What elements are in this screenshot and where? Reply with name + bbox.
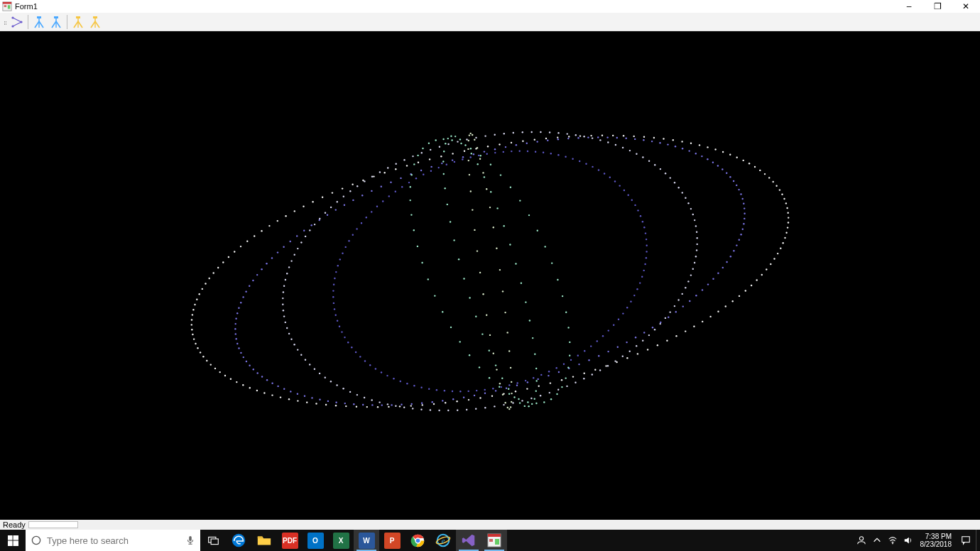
svg-point-300: [441, 163, 442, 164]
taskbar-app-file-explorer[interactable]: [251, 530, 277, 551]
svg-point-181: [764, 173, 766, 175]
start-button[interactable]: [0, 530, 26, 551]
cortana-icon[interactable]: [26, 535, 47, 546]
connect-pair-points-button[interactable]: [9, 13, 26, 31]
svg-point-667: [489, 350, 490, 351]
svg-point-745: [415, 538, 420, 543]
svg-point-268: [235, 323, 236, 324]
svg-line-17: [56, 21, 60, 28]
tripod-yellow-1-button[interactable]: [70, 13, 87, 31]
svg-point-382: [447, 410, 449, 411]
svg-point-687: [477, 163, 479, 165]
svg-point-361: [629, 351, 631, 352]
show-desktop-button[interactable]: [976, 530, 980, 551]
svg-point-374: [521, 400, 523, 401]
svg-point-125: [234, 251, 235, 252]
taskbar-app-outlook[interactable]: O: [303, 530, 328, 551]
svg-point-627: [417, 246, 418, 247]
svg-point-605: [569, 342, 570, 343]
svg-point-393: [356, 394, 358, 395]
svg-point-320: [643, 139, 644, 141]
svg-point-337: [738, 189, 739, 190]
svg-point-721: [468, 140, 469, 141]
tripod-yellow-2-button[interactable]: [87, 13, 104, 31]
tripod-blue-1-button[interactable]: [31, 13, 48, 31]
svg-point-440: [421, 152, 423, 153]
svg-point-629: [410, 214, 412, 215]
svg-point-156: [545, 138, 547, 139]
svg-point-307: [516, 144, 517, 146]
svg-point-540: [335, 315, 337, 316]
svg-rect-9: [37, 16, 41, 18]
svg-point-401: [309, 364, 310, 365]
taskbar-app-ie[interactable]: e: [430, 530, 456, 551]
svg-point-578: [527, 151, 528, 152]
svg-point-704: [507, 407, 508, 408]
svg-point-221: [578, 364, 579, 365]
svg-point-529: [375, 368, 376, 369]
minimize-button[interactable]: –: [895, 0, 923, 13]
taskbar-app-chrome[interactable]: [405, 530, 430, 551]
people-icon[interactable]: [854, 530, 869, 551]
svg-point-75: [445, 402, 446, 403]
svg-point-162: [612, 135, 614, 136]
taskbar-search[interactable]: [26, 530, 200, 551]
svg-point-182: [768, 177, 770, 178]
svg-point-564: [415, 178, 417, 179]
svg-point-411: [283, 310, 284, 311]
svg-line-27: [95, 21, 99, 28]
svg-point-87: [315, 403, 317, 404]
svg-point-552: [348, 240, 349, 241]
svg-point-475: [685, 197, 686, 199]
svg-point-498: [602, 335, 604, 337]
taskbar-app-visual-studio[interactable]: [456, 530, 481, 551]
svg-point-437: [396, 163, 397, 165]
tray-chevron-up-icon[interactable]: [869, 530, 885, 551]
taskbar-app-powerpoint[interactable]: P: [379, 530, 405, 551]
maximize-button[interactable]: ❐: [923, 0, 952, 13]
svg-point-688: [484, 176, 485, 178]
svg-point-140: [362, 180, 364, 181]
wifi-icon[interactable]: [885, 530, 900, 551]
volume-icon[interactable]: [900, 530, 916, 551]
svg-point-232: [463, 397, 464, 398]
svg-point-654: [534, 354, 535, 355]
svg-point-85: [335, 405, 337, 406]
svg-point-631: [410, 186, 411, 187]
microphone-icon[interactable]: [180, 535, 200, 545]
taskbar-app-app-form1[interactable]: [481, 530, 507, 551]
action-center-icon[interactable]: [956, 530, 976, 551]
svg-point-95: [249, 387, 251, 388]
tripod-yellow-1-icon: [71, 15, 85, 29]
svg-point-525: [400, 381, 401, 382]
tripod-blue-2-button[interactable]: [48, 13, 65, 31]
svg-point-151: [487, 146, 489, 147]
svg-point-325: [682, 148, 683, 149]
svg-point-461: [607, 141, 609, 143]
search-input[interactable]: [47, 530, 180, 551]
taskbar-app-word[interactable]: W: [354, 530, 379, 551]
taskbar-app-pdf[interactable]: PDF: [277, 530, 303, 551]
toolstrip-grip[interactable]: [3, 15, 7, 29]
svg-point-513: [492, 388, 494, 389]
svg-point-708: [496, 369, 497, 370]
svg-point-227: [516, 385, 518, 386]
svg-point-412: [282, 304, 283, 305]
taskbar-app-excel[interactable]: X: [328, 530, 354, 551]
svg-point-344: [696, 249, 697, 251]
svg-point-610: [556, 393, 557, 395]
task-view-button[interactable]: [200, 530, 226, 551]
render-canvas[interactable]: [0, 31, 980, 520]
svg-rect-733: [8, 535, 13, 540]
taskbar-app-edge[interactable]: [226, 530, 251, 551]
svg-point-712: [482, 293, 484, 295]
svg-point-689: [490, 191, 491, 192]
svg-point-261: [243, 356, 244, 358]
svg-point-563: [408, 182, 410, 183]
taskbar-clock[interactable]: 7:38 PM 8/23/2018: [916, 533, 957, 548]
close-button[interactable]: ✕: [952, 0, 980, 13]
svg-point-41: [766, 268, 767, 270]
svg-point-517: [459, 391, 461, 392]
svg-point-598: [640, 215, 641, 217]
svg-point-399: [319, 373, 320, 374]
